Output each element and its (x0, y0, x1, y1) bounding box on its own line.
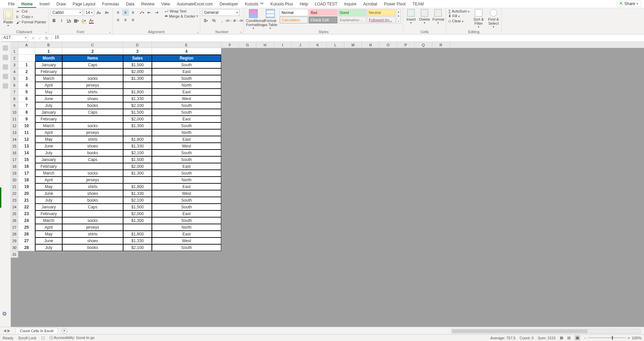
col-header-M[interactable]: M (344, 42, 362, 48)
orientation-button[interactable]: ⤢▾ (138, 9, 145, 16)
data-D-1[interactable]: $1,500 (123, 62, 152, 68)
merge-center-button[interactable]: ⬌Merge & Center ▾ (165, 14, 198, 18)
data-C-7[interactable]: books (62, 102, 123, 109)
data-B-24[interactable]: March (35, 217, 62, 224)
row-index[interactable]: 15 (18, 156, 35, 163)
data-E-17[interactable]: South (152, 170, 221, 177)
data-B-5[interactable]: May (35, 89, 62, 95)
data-E-1[interactable]: South (152, 62, 221, 68)
align-bottom[interactable]: ≡ (130, 9, 136, 16)
paste-button[interactable]: Paste▾ (2, 9, 14, 27)
grid[interactable]: ABCDEFGHIJKLMNOPQR 123456789101112131415… (11, 42, 644, 327)
row-index[interactable]: 7 (18, 102, 35, 109)
col-header-H[interactable]: H (256, 42, 274, 48)
data-D-26[interactable]: $1,800 (123, 231, 152, 237)
data-E-27[interactable]: West (152, 237, 221, 244)
font-color-button[interactable]: A▾ (88, 17, 95, 24)
row-index[interactable]: 27 (18, 237, 35, 244)
data-B-11[interactable]: April (35, 129, 62, 136)
data-E-26[interactable]: East (152, 231, 221, 237)
table-header-B[interactable]: Month (35, 55, 62, 62)
row-header-6[interactable]: 6 (11, 82, 18, 89)
data-D-4[interactable] (123, 82, 152, 89)
data-C-22[interactable]: Caps (62, 204, 123, 210)
tab-inquire[interactable]: Inquire (341, 0, 360, 8)
format-as-table-button[interactable]: Format as Table▾ (263, 9, 278, 30)
data-B-19[interactable]: May (35, 183, 62, 190)
col-header-G[interactable]: G (239, 42, 256, 48)
tab-automateexcel-com[interactable]: AutomateExcel.com (174, 0, 216, 8)
row-index[interactable]: 8 (18, 109, 35, 116)
rail-icon[interactable] (3, 74, 8, 79)
data-B-21[interactable]: July (35, 197, 62, 204)
row-header-26[interactable]: 26 (11, 217, 18, 224)
data-B-23[interactable]: February (35, 210, 62, 217)
data-C-12[interactable]: shirts (62, 136, 123, 143)
data-C-21[interactable]: books (62, 197, 123, 204)
data-D-21[interactable]: $2,100 (123, 197, 152, 204)
data-B-1[interactable]: January (35, 62, 62, 68)
data-B-15[interactable]: January (35, 156, 62, 163)
tab-review[interactable]: Review (138, 0, 158, 8)
align-right[interactable]: ≡ (130, 17, 136, 23)
font-size-combo[interactable]: 14 (84, 9, 94, 16)
data-C-8[interactable]: Caps (62, 109, 123, 116)
data-B-7[interactable]: July (35, 102, 62, 109)
col-header-I[interactable]: I (274, 42, 292, 48)
fx-icon[interactable]: fx (45, 36, 48, 41)
row-header-29[interactable]: 29 (11, 237, 18, 244)
data-C-2[interactable] (62, 68, 123, 75)
data-B-28[interactable]: July (35, 244, 62, 251)
data-D-14[interactable]: $2,100 (123, 150, 152, 156)
data-C-23[interactable] (62, 210, 123, 217)
sort-filter-button[interactable]: Sort & Filter▾ (473, 9, 484, 28)
data-B-2[interactable]: February (35, 68, 62, 75)
data-C-1[interactable]: Caps (62, 62, 123, 68)
data-C-25[interactable]: jerseys (62, 224, 123, 231)
increase-indent[interactable]: ⇥ (153, 9, 160, 16)
style-followed-hy-[interactable]: Followed Hy... (367, 17, 395, 23)
data-C-26[interactable]: shirts (62, 231, 123, 237)
header-num-E[interactable]: 4 (152, 48, 221, 55)
row-index[interactable]: 25 (18, 224, 35, 231)
rail-icon[interactable] (3, 55, 8, 60)
fill-color-button[interactable]: ◇▾ (80, 17, 87, 24)
data-B-25[interactable]: April (35, 224, 62, 231)
data-D-13[interactable]: $1,330 (123, 143, 152, 150)
row-header-21[interactable]: 21 (11, 183, 18, 190)
data-B-8[interactable]: January (35, 109, 62, 116)
align-left[interactable]: ≡ (115, 17, 121, 23)
data-B-6[interactable]: June (35, 95, 62, 102)
data-D-28[interactable]: $2,100 (123, 244, 152, 251)
row-header-1[interactable]: 1 (11, 48, 18, 55)
insert-cells-button[interactable]: Insert▾ (405, 9, 417, 24)
data-E-28[interactable]: South (152, 244, 221, 251)
row-index[interactable]: 14 (18, 150, 35, 156)
row-header-23[interactable]: 23 (11, 197, 18, 204)
autosum-button[interactable]: ∑ AutoSum ▾ (448, 9, 469, 13)
row-index[interactable]: 9 (18, 116, 35, 122)
col-header-Q[interactable]: Q (415, 42, 432, 48)
row-header-31[interactable]: 31 (11, 251, 18, 258)
data-D-8[interactable]: $1,500 (123, 109, 152, 116)
row-index[interactable]: 19 (18, 183, 35, 190)
increase-font-button[interactable]: A▴ (95, 9, 102, 16)
formula-input[interactable]: 15 (51, 35, 644, 42)
row-header-28[interactable]: 28 (11, 231, 18, 237)
data-C-19[interactable]: shirts (62, 183, 123, 190)
data-C-16[interactable] (62, 163, 123, 170)
data-D-6[interactable]: $1,330 (123, 95, 152, 102)
data-D-11[interactable] (123, 129, 152, 136)
data-E-8[interactable]: South (152, 109, 221, 116)
data-E-13[interactable]: West (152, 143, 221, 150)
row-index[interactable]: 26 (18, 231, 35, 237)
tab-kutools-[interactable]: Kutools ™ (242, 0, 267, 8)
row-header-19[interactable]: 19 (11, 170, 18, 177)
data-B-22[interactable]: January (35, 204, 62, 210)
data-D-10[interactable]: $1,300 (123, 122, 152, 129)
underline-button[interactable]: U▾ (66, 17, 72, 24)
comma-button[interactable]: , (218, 17, 225, 24)
data-D-16[interactable]: $2,000 (123, 163, 152, 170)
row-index[interactable]: 13 (18, 143, 35, 150)
header-num-B[interactable]: 1 (35, 48, 62, 55)
